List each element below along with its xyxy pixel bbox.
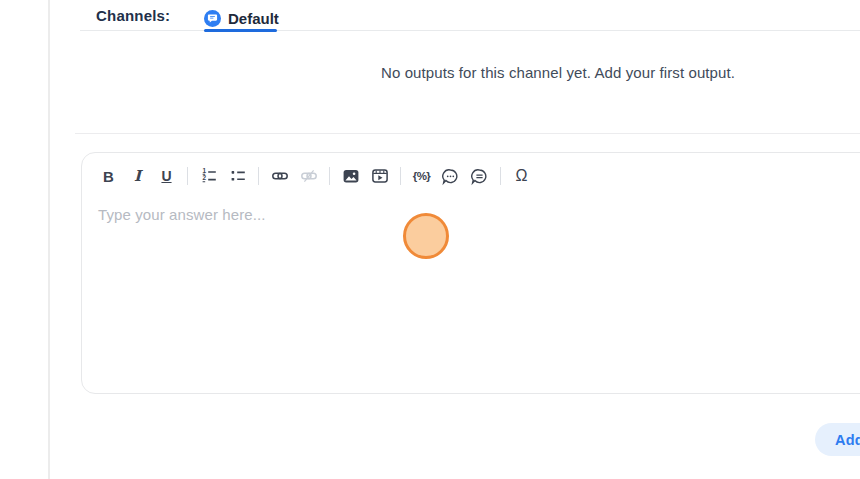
insert-video-button[interactable] — [366, 163, 393, 189]
chat-bubble-icon — [204, 10, 221, 27]
video-icon — [371, 167, 389, 185]
toolbar-separator — [187, 167, 188, 185]
special-character-button[interactable]: Ω — [508, 163, 535, 189]
italic-button[interactable]: I — [124, 163, 151, 189]
answer-input[interactable]: Type your answer here... — [82, 189, 860, 349]
underline-button[interactable]: U — [153, 163, 180, 189]
unlink-button[interactable] — [295, 163, 322, 189]
tab-default-label: Default — [228, 10, 279, 27]
toolbar-separator — [329, 167, 330, 185]
comment-lines-button[interactable] — [466, 163, 493, 189]
channels-label: Channels: — [96, 7, 170, 24]
link-button[interactable] — [266, 163, 293, 189]
ordered-list-button[interactable]: 1 2 — [195, 163, 222, 189]
ordered-list-icon: 1 2 — [200, 167, 218, 185]
active-tab-underline — [204, 29, 277, 32]
insert-image-button[interactable] — [337, 163, 364, 189]
toolbar-separator — [500, 167, 501, 185]
empty-state-message: No outputs for this channel yet. Add you… — [80, 64, 860, 81]
bullet-list-button[interactable] — [224, 163, 251, 189]
svg-text:1: 1 — [202, 167, 206, 174]
toolbar-separator — [400, 167, 401, 185]
toolbar-separator — [258, 167, 259, 185]
header-divider — [80, 30, 860, 31]
editor-toolbar: B I U 1 2 — [82, 153, 860, 189]
bold-button[interactable]: B — [95, 163, 122, 189]
image-icon — [342, 167, 360, 185]
bullet-list-icon — [229, 167, 247, 185]
insert-variable-button[interactable]: {%} — [408, 163, 435, 189]
comment-button[interactable] — [437, 163, 464, 189]
left-vertical-divider — [48, 0, 50, 479]
link-icon — [271, 167, 289, 185]
comment-dots-icon — [441, 167, 460, 186]
answer-editor: B I U 1 2 — [81, 152, 860, 394]
svg-text:2: 2 — [202, 174, 206, 181]
add-output-button[interactable]: Add output — [815, 423, 860, 456]
unlink-icon — [300, 167, 318, 185]
tab-default-channel[interactable]: Default — [204, 6, 279, 30]
section-divider — [75, 133, 860, 134]
comment-lines-icon — [470, 167, 489, 186]
